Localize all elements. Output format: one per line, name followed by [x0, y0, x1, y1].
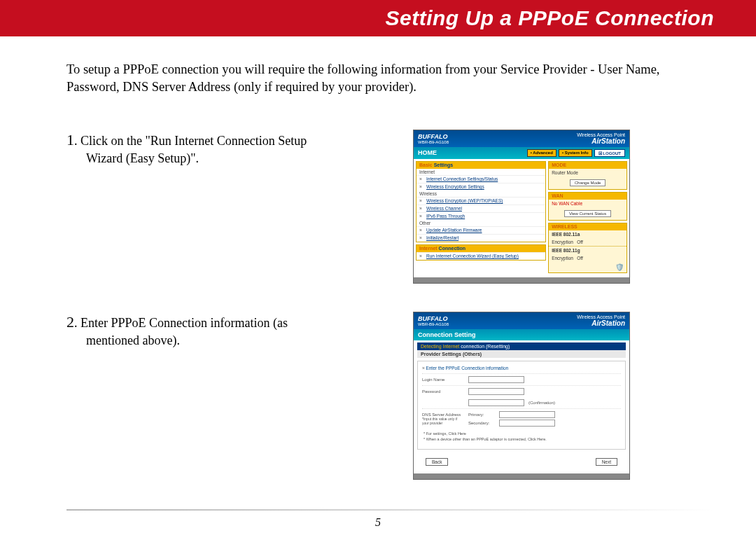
s2-provider-head: Provider Settings (Others) — [417, 350, 626, 358]
s1-mode-value: Router Mode — [549, 169, 626, 176]
s1-wl-11g-enc: Encryption Off — [549, 254, 626, 262]
step-2-line-a: . Enter PPPoE Connection information (as — [74, 316, 288, 330]
intro-paragraph: To setup a PPPoE connection you will req… — [66, 61, 690, 96]
s2-row-login: Login Name — [422, 373, 621, 385]
step-1: 1. Click on the "Run Internet Connection… — [66, 130, 690, 298]
s1-wireless-label: Wireless — [416, 191, 545, 197]
s2-label-login: Login Name — [422, 378, 464, 382]
s1-wl-11a-enc: Encryption Off — [549, 238, 626, 247]
s1-product: AirStation — [592, 137, 625, 145]
s1-basic-head: Basic Settings — [416, 162, 545, 169]
s1-wan-value: No WAN Cable — [549, 200, 626, 207]
s1-wan-panel: WAN No WAN Cable View Current Status — [548, 192, 627, 221]
footer-divider — [66, 509, 714, 511]
s2-row-password: Password — [422, 385, 621, 397]
s1-systeminfo-button[interactable]: • System Info — [559, 149, 592, 157]
s1-model: WBR-B9-AG108 — [418, 140, 449, 144]
s2-tagline: Wireless Access Point — [577, 314, 625, 319]
s1-brand: BUFFALO — [418, 133, 449, 140]
content-area: To setup a PPPoE connection you will req… — [0, 36, 756, 480]
s2-input-confirm[interactable] — [468, 399, 524, 406]
steps-list: 1. Click on the "Run Internet Connection… — [66, 130, 690, 480]
s2-input-password[interactable] — [468, 388, 524, 395]
s2-label-password: Password — [422, 389, 464, 394]
s1-advanced-button[interactable]: • Advanced — [527, 149, 556, 157]
s1-body: Basic Settings Internet Internet Connect… — [414, 159, 629, 277]
s1-right-column: MODE Router Mode Change Mode WAN No WAN … — [548, 161, 627, 275]
s2-notes: * For settings, Click Here * When a devi… — [422, 429, 621, 445]
s1-wl-11g: IEEE 802.11g — [549, 247, 626, 254]
s2-body: Detecting Internet connection (Resetting… — [414, 340, 629, 473]
s1-link-wireless-enc[interactable]: Wireless Encryption Settings — [416, 183, 545, 191]
s2-label-primary: Primary: — [468, 413, 496, 417]
s1-link-ipv6[interactable]: IPv6 Pass Through — [416, 212, 545, 220]
s1-link-restart[interactable]: Initialize/Restart — [416, 234, 545, 242]
s2-input-dns-primary[interactable] — [499, 411, 555, 418]
step-2: 2. Enter PPPoE Connection information (a… — [66, 312, 690, 480]
s1-logout-button[interactable]: ☒ LOGOUT — [594, 149, 625, 157]
s1-link-run-wizard[interactable]: Run Internet Connection Wizard (Easy Set… — [416, 252, 545, 260]
s2-label-secondary: Secondary: — [468, 421, 496, 425]
s1-link-firmware[interactable]: Update AirStation Firmware — [416, 226, 545, 234]
step-1-line-b: Wizard (Easy Setup)". — [66, 150, 399, 167]
page-number: 5 — [0, 516, 756, 529]
page-title: Setting Up a PPPoE Connection — [385, 6, 714, 30]
s1-link-wep[interactable]: Wireless Encryption (WEP/TKIP/AES) — [416, 197, 545, 205]
s1-home-tab[interactable]: HOME — [418, 149, 437, 156]
s2-label-dns: DNS Server Address *Input this value onl… — [422, 413, 464, 425]
s2-row-dns: DNS Server Address *Input this value onl… — [422, 408, 621, 429]
s1-wireless-panel: WIRELESS IEEE 802.11a Encryption Off IEE… — [548, 223, 627, 273]
s2-note-2: * When a device other than an PPPoE adap… — [424, 437, 620, 443]
s1-wan-head: WAN — [549, 193, 626, 200]
s2-form: Enter the PPPoE Connection information L… — [417, 361, 626, 450]
s2-brand: BUFFALO — [418, 315, 449, 322]
screenshot-1: BUFFALO WBR-B9-AG108 Wireless Access Poi… — [413, 130, 630, 284]
s1-link-internet-settings[interactable]: Internet Connection Settings/Status — [416, 175, 545, 183]
s1-view-status-button[interactable]: View Current Status — [564, 210, 611, 217]
s2-row-confirm: (Confirmation) — [422, 397, 621, 408]
step-1-line-a: . Click on the "Run Internet Connection … — [74, 134, 307, 148]
step-1-number: 1 — [66, 131, 74, 148]
s2-topbar: BUFFALO WBR-B9-AG108 Wireless Access Poi… — [414, 312, 629, 329]
s2-detecting-head: Detecting Internet connection (Resetting… — [417, 342, 626, 350]
s2-connection-setting: Connection Setting — [418, 331, 476, 338]
s2-nav-buttons: Back Next — [417, 452, 626, 471]
s1-change-mode-button[interactable]: Change Mode — [570, 179, 606, 186]
s2-back-button[interactable]: Back — [426, 458, 448, 466]
step-1-text: 1. Click on the "Run Internet Connection… — [66, 130, 413, 167]
s1-footer — [414, 277, 629, 283]
s2-footer — [414, 473, 629, 479]
s2-model: WBR-B9-AG108 — [418, 322, 449, 326]
s1-tagline: Wireless Access Point — [577, 132, 625, 137]
step-2-line-b: mentioned above). — [66, 332, 399, 349]
s1-internet-conn-panel: Internet Connection Run Internet Connect… — [416, 244, 546, 261]
s1-topbar: BUFFALO WBR-B9-AG108 Wireless Access Poi… — [414, 130, 629, 147]
s2-input-dns-secondary[interactable] — [499, 420, 555, 427]
s1-mode-head: MODE — [549, 162, 626, 169]
s1-mode-panel: MODE Router Mode Change Mode — [548, 161, 627, 190]
step-2-text: 2. Enter PPPoE Connection information (a… — [66, 312, 413, 349]
screenshot-2: BUFFALO WBR-B9-AG108 Wireless Access Poi… — [413, 312, 630, 480]
s1-basic-panel: Basic Settings Internet Internet Connect… — [416, 161, 546, 242]
s1-wifi-icon: 🛡️ — [549, 262, 626, 272]
s1-internet-label: Internet — [416, 169, 545, 175]
header-bar: Setting Up a PPPoE Connection — [0, 0, 756, 36]
s2-note-1: * For settings, Click Here — [424, 431, 620, 437]
s1-wl-head: WIRELESS — [549, 223, 626, 230]
s1-other-label: Other — [416, 220, 545, 226]
s1-wl-11a: IEEE 802.11a — [549, 230, 626, 238]
s2-input-login[interactable] — [468, 376, 524, 383]
s2-form-title: Enter the PPPoE Connection information — [422, 366, 621, 373]
s1-ic-head: Internet Connection — [416, 245, 545, 252]
s2-product: AirStation — [592, 319, 625, 327]
step-2-number: 2 — [66, 313, 74, 331]
s2-next-button[interactable]: Next — [596, 458, 617, 466]
s1-navbar: HOME • Advanced • System Info ☒ LOGOUT — [414, 147, 629, 159]
s2-navbar: Connection Setting — [414, 329, 629, 340]
s1-left-column: Basic Settings Internet Internet Connect… — [416, 161, 546, 275]
s2-label-confirm: (Confirmation) — [528, 401, 555, 405]
s1-link-channel[interactable]: Wireless Channel — [416, 205, 545, 212]
